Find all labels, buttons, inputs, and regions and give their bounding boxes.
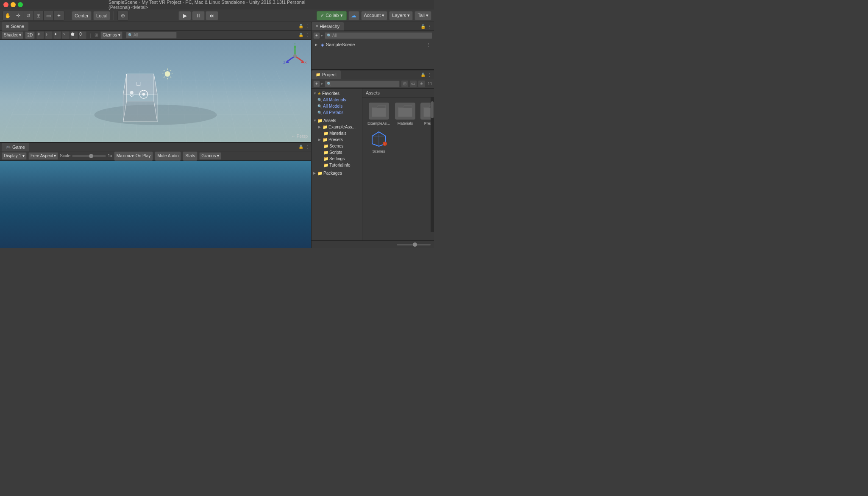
layout-button[interactable]: Tall ▾ — [415, 11, 431, 20]
favorites-header[interactable]: ▼ ★ Favorites — [312, 90, 362, 97]
tutorialinfo-tree-item[interactable]: 📁 TutorialInfo — [312, 162, 362, 168]
aspect-dropdown[interactable]: Free Aspect ▾ — [28, 152, 58, 160]
scene-panel-controls: 🔒 ⋮ — [298, 24, 309, 28]
filter-star-icon[interactable]: ★ — [418, 81, 425, 87]
example-assets-item[interactable]: ▶ 📁 ExampleAss... — [312, 124, 362, 130]
scene-search[interactable]: 🔍 All — [126, 32, 177, 39]
step-button[interactable]: ⏭ — [206, 11, 218, 20]
local-button[interactable]: Local — [93, 11, 110, 20]
scene-sky-icon[interactable]: ○ — [62, 31, 70, 39]
hand-tool-btn[interactable]: ✋ — [3, 11, 13, 20]
right-top-tabs: ≡ Hierarchy 🔒 ⋮ — [312, 22, 434, 31]
hierarchy-scene-item[interactable]: ▶ ◈ SampleScene ⋮ — [312, 41, 434, 48]
project-lock-icon[interactable]: 🔒 — [420, 72, 426, 77]
game-lock-icon[interactable]: 🔒 — [298, 145, 303, 149]
maximize-on-play-btn[interactable]: Maximize On Play — [114, 151, 153, 161]
game-panel: 🎮 Game 🔒 ⋮ Display 1 ▾ Free Aspect ▾ — [0, 142, 311, 248]
hierarchy-search[interactable]: 🔍 All — [325, 32, 432, 39]
folder-svg-2 — [398, 105, 413, 117]
scene-fx-icon[interactable]: ✦ — [53, 31, 61, 39]
scenes-folder-icon: 📁 — [323, 144, 328, 148]
scene-lock2-icon[interactable]: 🔒 — [298, 33, 303, 37]
project-add-chevron-icon[interactable]: ▾ — [321, 82, 323, 86]
scene-light-icon[interactable]: ☀ — [36, 31, 44, 39]
account-button[interactable]: Account ▾ — [361, 11, 388, 20]
scripts-tree-item[interactable]: 📁 Scripts — [312, 149, 362, 156]
minimize-button[interactable] — [11, 2, 16, 7]
cloud-button[interactable]: ☁ — [348, 11, 359, 20]
hierarchy-add-btn[interactable]: + — [313, 32, 320, 39]
scene-tab[interactable]: ⊞ Scene — [2, 22, 28, 31]
move-tool-btn[interactable]: ✛ — [13, 11, 23, 20]
mute-audio-btn[interactable]: Mute Audio — [155, 151, 181, 161]
center-button[interactable]: Center — [72, 11, 92, 20]
hierarchy-lock-icon[interactable]: 🔒 — [420, 24, 426, 29]
scene-search-icon[interactable]: 0 — [79, 31, 86, 39]
scenes-tree-item[interactable]: 📁 Scenes — [312, 143, 362, 149]
shading-dropdown[interactable]: Shaded ▾ — [2, 31, 23, 39]
game-tab[interactable]: 🎮 Game — [2, 143, 29, 151]
packages-header-item[interactable]: ▶ 📁 Packages — [312, 170, 362, 176]
project-tab[interactable]: 📁 Project — [312, 70, 341, 79]
zoom-thumb — [413, 242, 417, 247]
materials-asset[interactable]: Materials — [393, 101, 417, 127]
assets-header-item[interactable]: ▼ 📁 Assets — [312, 117, 362, 124]
game-tab-label: Game — [12, 145, 25, 150]
all-models-item[interactable]: 🔍 All Models — [312, 103, 362, 109]
scene-icon-btns: ☀ ♪ ✦ ○ ⬟ 0 — [36, 31, 86, 39]
rect-tool-btn[interactable]: ▭ — [44, 11, 54, 20]
scale-slider[interactable] — [72, 155, 106, 157]
gizmos-dropdown[interactable]: Gizmos ▾ — [100, 31, 122, 39]
filter-scenes-icon[interactable]: ⊞ — [401, 81, 408, 87]
scene-more-icon[interactable]: ⋮ — [305, 33, 309, 37]
extra-tool-btn[interactable]: ⊕ — [118, 11, 128, 20]
scale-tool-btn[interactable]: ⊞ — [33, 11, 44, 20]
project-scrollbar[interactable] — [431, 97, 434, 232]
scene-resize-icon[interactable]: ⊞ — [95, 33, 98, 37]
game-menu-icon[interactable]: ⋮ — [305, 145, 309, 149]
hierarchy-add-chevron-icon[interactable]: ▾ — [321, 33, 323, 38]
play-button[interactable]: ▶ — [178, 11, 191, 20]
2d-button[interactable]: 2D — [25, 31, 35, 39]
scene-anim-icon[interactable]: ⬟ — [70, 31, 78, 39]
game-panel-controls: 🔒 ⋮ — [298, 145, 309, 149]
rotate-tool-btn[interactable]: ↺ — [23, 11, 33, 20]
hierarchy-scene-menu-icon[interactable]: ⋮ — [426, 42, 431, 47]
materials-asset-label: Materials — [398, 121, 413, 125]
scene-audio-icon[interactable]: ♪ — [45, 31, 53, 39]
filter-labels-icon[interactable]: 🏷 — [410, 81, 417, 87]
exampleassets-asset[interactable]: ExampleAs... — [366, 101, 392, 127]
stats-btn[interactable]: Stats — [183, 151, 198, 161]
project-menu-icon[interactable]: ⋮ — [427, 72, 431, 77]
hierarchy-menu-icon[interactable]: ⋮ — [427, 24, 431, 29]
display-dropdown[interactable]: Display 1 ▾ — [2, 152, 27, 160]
scene-tab-label: Scene — [11, 24, 24, 29]
fullscreen-button[interactable] — [18, 2, 23, 7]
aspect-chevron-icon: ▾ — [54, 153, 56, 158]
search-icon: 🔍 — [128, 33, 133, 37]
transform-tool-btn[interactable]: ✦ — [54, 11, 64, 20]
scene-gizmo[interactable]: Y X Z — [282, 43, 308, 69]
all-materials-item[interactable]: 🔍 All Materials — [312, 97, 362, 103]
settings-tree-item[interactable]: 📁 Settings — [312, 156, 362, 162]
close-button[interactable] — [3, 2, 8, 7]
pause-button[interactable]: ⏸ — [192, 11, 205, 20]
project-search[interactable]: 🔍 — [325, 81, 400, 87]
all-prefabs-item[interactable]: 🔍 All Prefabs — [312, 109, 362, 116]
svg-line-14 — [164, 70, 164, 71]
scene-lock-icon[interactable]: 🔒 — [298, 24, 303, 28]
game-view — [0, 161, 311, 248]
scenes-asset[interactable]: ↑ Scenes — [366, 129, 392, 155]
presets-tree-item[interactable]: ▶ 📁 Presets — [312, 137, 362, 143]
aspect-label: Free Aspect — [31, 153, 53, 158]
hierarchy-tab[interactable]: ≡ Hierarchy — [312, 22, 344, 31]
zoom-slider[interactable] — [397, 244, 431, 245]
game-gizmos-dropdown[interactable]: Gizmos ▾ — [199, 152, 221, 160]
example-arrow-icon: ▶ — [318, 125, 322, 129]
project-add-btn[interactable]: + — [313, 81, 320, 87]
materials-tree-item[interactable]: 📁 Materials — [312, 130, 362, 137]
collab-button[interactable]: ✓ Collab ▾ — [317, 11, 346, 20]
all-models-search-icon: 🔍 — [317, 104, 322, 109]
scene-menu-icon[interactable]: ⋮ — [305, 24, 309, 28]
layers-button[interactable]: Layers ▾ — [389, 11, 413, 20]
